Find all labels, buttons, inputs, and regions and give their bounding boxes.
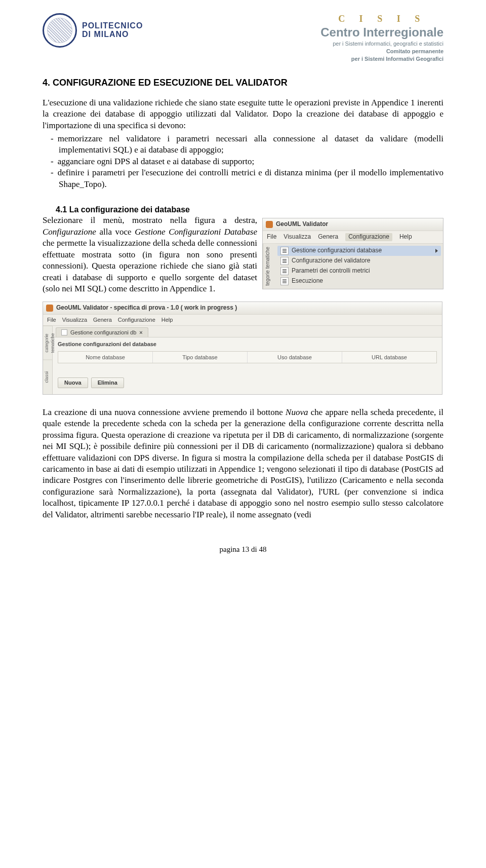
politecnico-logo: POLITECNICO DI MILANO bbox=[43, 13, 143, 48]
subsection-heading: 4.1 La configurazione dei database bbox=[56, 204, 443, 215]
elimina-button[interactable]: Elimina bbox=[91, 378, 124, 388]
cisis-logo: C I S I S Centro Interregionale per i Si… bbox=[320, 13, 443, 63]
menu-item-gestione-db[interactable]: Gestione configurazioni database bbox=[277, 246, 441, 256]
cisis-sub1: per i Sistemi informatici, geografici e … bbox=[320, 40, 443, 48]
page-header: POLITECNICO DI MILANO C I S I S Centro I… bbox=[43, 13, 443, 63]
poli-line1: POLITECNICO bbox=[82, 22, 143, 30]
menubar: File Visualizza Genera Configurazione He… bbox=[43, 314, 442, 326]
sidebar-tab[interactable]: tegorie tematiche bbox=[263, 244, 275, 289]
menu-configurazione[interactable]: Configurazione bbox=[345, 233, 392, 241]
menu-visualizza[interactable]: Visualizza bbox=[62, 316, 87, 324]
menu-help[interactable]: Help bbox=[161, 316, 173, 324]
col-uso: Uso database bbox=[248, 352, 342, 363]
menu-item-config-validatore[interactable]: Configurazione del validatore bbox=[277, 256, 441, 266]
cisis-sub2: Comitato permanente bbox=[320, 48, 443, 55]
menubar: File Visualizza Genera Configurazione He… bbox=[263, 231, 443, 244]
page-footer: pagina 13 di 48 bbox=[43, 545, 443, 555]
intro-paragraph: L'esecuzione di una validazione richiede… bbox=[43, 97, 443, 131]
panel-title: Gestione configurazioni del database bbox=[58, 341, 437, 348]
menu-genera[interactable]: Genera bbox=[93, 316, 112, 324]
last-paragraph: La creazione di una nuova connessione av… bbox=[43, 407, 443, 520]
menu-configurazione[interactable]: Configurazione bbox=[118, 316, 155, 324]
seal-icon bbox=[43, 13, 77, 48]
list-item: memorizzare nel validatore i parametri n… bbox=[43, 133, 443, 156]
poli-line2: DI MILANO bbox=[82, 30, 143, 39]
section-heading: 4. CONFIGURAZIONE ED ESECUZIONE DEL VALI… bbox=[43, 77, 443, 89]
col-nome: Nome database bbox=[58, 352, 153, 363]
menu-file[interactable]: File bbox=[267, 233, 276, 241]
cisis-sub3: per i Sistemi Informativi Geografici bbox=[320, 55, 443, 63]
chevron-right-icon bbox=[435, 249, 438, 253]
doc-icon bbox=[280, 247, 289, 255]
tab-gestione-db[interactable]: Gestione configurazioni db × bbox=[56, 327, 148, 337]
db-config-screenshot: GeoUML Validator - specifica di prova - … bbox=[43, 301, 442, 394]
doc-icon bbox=[280, 277, 289, 285]
menu-item-esecuzione[interactable]: Esecuzione bbox=[277, 276, 441, 286]
side-tab-classi[interactable]: classi bbox=[43, 360, 52, 394]
menu-item-parametri-metrici[interactable]: Parametri dei controlli metrici bbox=[277, 266, 441, 276]
menu-file[interactable]: File bbox=[47, 316, 56, 324]
app-icon bbox=[266, 221, 273, 228]
menu-help[interactable]: Help bbox=[399, 233, 412, 241]
config-submenu: Gestione configurazioni database Configu… bbox=[275, 244, 443, 289]
list-item: definire i parametri per l'esecuzione de… bbox=[43, 167, 443, 190]
close-icon[interactable]: × bbox=[139, 329, 142, 336]
side-tab-categorie[interactable]: categorie tematiche bbox=[43, 326, 52, 360]
col-url: URL database bbox=[342, 352, 436, 363]
window-title: GeoUML Validator - specifica di prova - … bbox=[43, 302, 442, 314]
list-item: agganciare ogni DPS al dataset e ai data… bbox=[43, 156, 443, 167]
app-icon bbox=[46, 305, 53, 312]
intro-list: memorizzare nel validatore i parametri n… bbox=[43, 133, 443, 190]
doc-icon bbox=[280, 257, 289, 265]
db-table-header: Nome database Tipo database Uso database… bbox=[58, 351, 437, 364]
menu-genera[interactable]: Genera bbox=[318, 233, 338, 241]
doc-icon bbox=[280, 267, 289, 275]
menu-visualizza[interactable]: Visualizza bbox=[284, 233, 311, 241]
nuova-button[interactable]: Nuova bbox=[58, 378, 88, 388]
window-title: GeoUML Validator bbox=[263, 218, 443, 231]
cisis-letters: C I S I S bbox=[320, 13, 443, 25]
cisis-main: Centro Interregionale bbox=[320, 24, 443, 41]
config-menu-screenshot: GeoUML Validator File Visualizza Genera … bbox=[262, 218, 443, 289]
col-tipo: Tipo database bbox=[153, 352, 248, 363]
doc-icon bbox=[61, 329, 67, 335]
